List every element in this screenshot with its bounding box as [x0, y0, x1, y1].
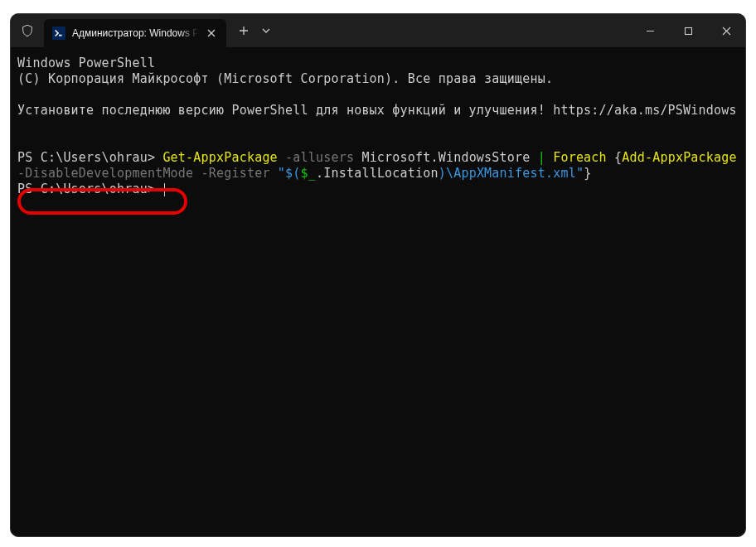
cmd-token: Microsoft.WindowsStore [354, 150, 538, 165]
tab-title: Администратор: Windows PowerShell [72, 27, 198, 39]
prompt: PS C:\Users\ohrau> [17, 182, 162, 196]
cmd-token: " [576, 166, 584, 181]
powershell-icon [52, 27, 65, 40]
cmd-token: -allusers [278, 150, 354, 165]
terminal-content[interactable]: Windows PowerShell (C) Корпорация Майкро… [11, 47, 745, 206]
cmd-token: | [538, 150, 545, 165]
cursor [164, 183, 165, 196]
cmd-token: Get-AppxPackage [162, 150, 277, 165]
window-controls [631, 14, 745, 47]
minimize-button[interactable] [631, 14, 669, 47]
tab-close-icon[interactable] [205, 27, 218, 40]
cmd-token: \AppXManifest.xml [446, 166, 576, 181]
cmd-token: .InstallLocation [316, 166, 439, 181]
cmd-token: } [584, 166, 591, 181]
cmd-token: $_ [301, 166, 316, 181]
cmd-token: -Register [193, 166, 269, 181]
tab-dropdown-icon[interactable] [256, 18, 276, 43]
cmd-token: { [607, 150, 622, 165]
cmd-token: Foreach [545, 150, 607, 165]
prompt: PS C:\Users\ohrau> [17, 150, 162, 165]
cmd-token: "$( [270, 166, 301, 181]
cmd-token: ) [439, 166, 446, 181]
new-tab-button[interactable] [231, 18, 256, 43]
titlebar: Администратор: Windows PowerShell [11, 14, 745, 47]
tab-powershell[interactable]: Администратор: Windows PowerShell [44, 19, 226, 47]
header-line: Windows PowerShell [17, 56, 155, 70]
terminal-window: Администратор: Windows PowerShell Window… [10, 13, 746, 537]
copyright-line: (C) Корпорация Майкрософт (Microsoft Cor… [17, 71, 553, 86]
svg-rect-1 [685, 27, 691, 34]
cmd-token: Add-AppxPackage [622, 150, 736, 165]
admin-shield-icon [11, 24, 44, 37]
maximize-button[interactable] [669, 14, 707, 47]
notice-line: Установите последнюю версию PowerShell д… [17, 103, 737, 118]
close-button[interactable] [707, 14, 745, 47]
